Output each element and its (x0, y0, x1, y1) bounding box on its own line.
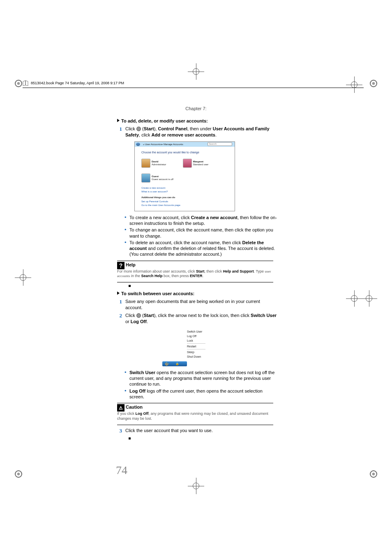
caution-top-rule (117, 403, 273, 403)
caution-note: ⚠Caution If you click Log Off, any progr… (117, 404, 273, 421)
proc1-step1: 1 Click (Start), Control Panel, then und… (117, 126, 277, 138)
menu-shutdown: Shut Down (187, 354, 205, 359)
link-main-page: Go to the main User Accounts page (141, 204, 180, 208)
cross-mark-b (188, 478, 204, 494)
cross-mark-l (15, 269, 31, 286)
proc2-step1: 1 Save any open documents that are being… (117, 298, 277, 311)
procedure-2-title: To switch between user accounts: (117, 291, 277, 296)
windows-start-icon (136, 313, 141, 318)
procedure-1-title: To add, delete, or modify user accounts: (117, 118, 277, 123)
account-guest: GuestGuest account is off (141, 173, 180, 185)
page-content: To add, delete, or modify user accounts:… (117, 118, 277, 444)
bullet-change: •To change an account, click the account… (125, 227, 277, 239)
step-number: 2 (117, 312, 125, 325)
cross-mark-r2 (361, 290, 377, 307)
running-head-text: 8513042.book Page 74 Saturday, April 19,… (31, 81, 124, 85)
bullet-delete: •To delete an account, click the account… (125, 240, 277, 257)
account-margaret: MargaretStandard user (183, 159, 222, 170)
ss-heading: Choose the account you would like to cha… (141, 151, 228, 154)
header-rule (23, 88, 364, 88)
breadcrumb: « User Accounts ▸ Manage Accounts (143, 143, 183, 146)
step-body: Click the user account that you want to … (125, 428, 277, 434)
reg-mark-tr (370, 80, 377, 87)
menu-divider (187, 349, 205, 349)
avatar-icon (141, 159, 150, 168)
page-number: 74 (116, 464, 127, 477)
step-body: Click (Start), click the arrow next to t… (125, 312, 277, 325)
step-number: 1 (117, 298, 125, 311)
power-menu-screenshot: Switch User Log Off Lock Restart Sleep S… (162, 328, 208, 366)
end-square-icon (129, 285, 131, 287)
help-note: ?Help For more information about user ac… (117, 262, 273, 279)
step-number: 3 (117, 428, 125, 434)
reg-mark-br (370, 470, 377, 478)
menu-sleep: Sleep (187, 350, 205, 354)
book-icon (23, 80, 28, 86)
power-lock-bar: ⏻ 🔒 (162, 361, 187, 366)
reg-mark-tl (15, 80, 22, 87)
bullet-create: •To create a new account, click Create a… (125, 215, 277, 227)
bullet-switch-user: •Switch User opens the account selection… (125, 370, 277, 387)
step-body: Click (Start), Control Panel, then under… (125, 126, 277, 138)
cross-mark-t (188, 63, 204, 80)
proc2-step3: 3 Click the user account that you want t… (117, 428, 277, 434)
caution-bottom-rule (117, 425, 273, 425)
triangle-bullet-icon (117, 119, 120, 122)
avatar-icon (141, 173, 150, 183)
menu-lock: Lock (187, 338, 205, 343)
note-top-rule (117, 261, 273, 261)
menu-restart: Restart (187, 344, 205, 349)
windows-start-icon (136, 127, 141, 131)
account-david: DavidAdministrator (141, 159, 180, 170)
chapter-title: Chapter 7: (0, 106, 392, 111)
additional-heading: Additional things you can do (141, 196, 180, 200)
cross-mark-r1 (346, 290, 362, 307)
caution-icon: ⚠ (117, 404, 125, 412)
menu-divider (187, 343, 205, 344)
avatar-icon (183, 159, 192, 168)
lock-icon: 🔒 (175, 362, 179, 365)
link-create-account: Create a new account (141, 186, 180, 190)
back-button-icon (136, 143, 140, 146)
menu-switch-user: Switch User (187, 329, 205, 334)
triangle-bullet-icon (117, 291, 120, 295)
help-icon: ? (117, 262, 125, 269)
end-square-icon (129, 437, 131, 439)
bullet-log-off: •Log Off logs off the current user, then… (125, 388, 277, 400)
link-what-is: What is a user account? (141, 190, 180, 194)
search-box: Search (208, 142, 232, 146)
manage-accounts-screenshot: « User Accounts ▸ Manage Accounts Search… (134, 141, 235, 211)
step-body: Save any open documents that are being w… (125, 298, 277, 311)
running-header: 8513042.book Page 74 Saturday, April 19,… (23, 80, 364, 88)
link-parental: Set up Parental Controls (141, 200, 180, 204)
menu-log-off: Log Off (187, 334, 205, 338)
step-number: 1 (117, 126, 125, 138)
note-bottom-rule (117, 282, 273, 282)
reg-mark-bl (15, 470, 22, 478)
proc2-step2: 2 Click (Start), click the arrow next to… (117, 312, 277, 325)
power-icon: ⏻ (165, 362, 168, 366)
